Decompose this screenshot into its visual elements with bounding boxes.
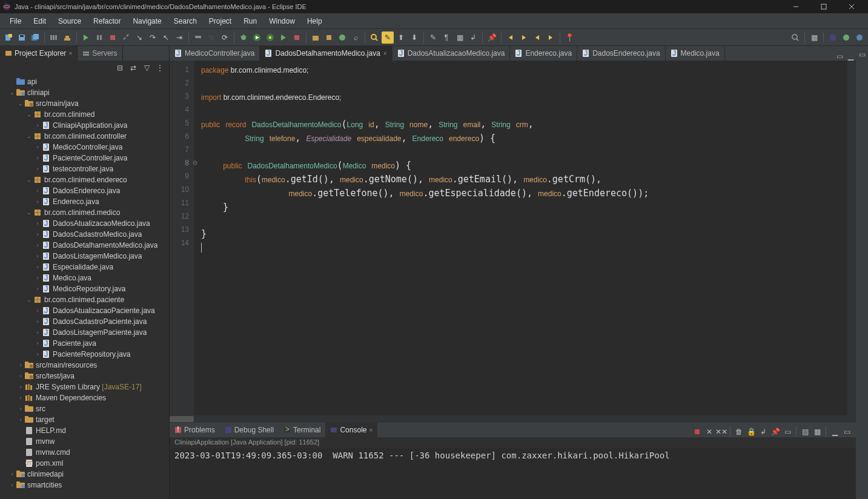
scroll-lock-icon[interactable]: 🔒 [746, 426, 757, 437]
tree-item[interactable]: ›JMedico.java [0, 273, 169, 283]
tab-project-explorer[interactable]: Project Explorer × [0, 46, 78, 61]
perspective-debug-icon[interactable] [840, 31, 852, 44]
search-icon[interactable] [368, 31, 380, 44]
new-package-icon[interactable] [323, 31, 335, 44]
tree-item[interactable]: ›Jtestecontroller.java [0, 164, 169, 174]
console-output[interactable]: 2023-03-01T19:49:09.365-03:00 WARN 11652… [170, 448, 856, 499]
tree-item[interactable]: ›JDadosListagemMedico.java [0, 251, 169, 262]
show-whitespace-icon[interactable]: ¶ [440, 31, 452, 44]
toggle-breadcrumb-icon[interactable] [48, 31, 60, 44]
editor-tab[interactable]: JEndereco.java [510, 46, 577, 61]
tree-item[interactable]: ›JPacienteController.java [0, 153, 169, 164]
pin-console-icon[interactable]: 📌 [770, 426, 781, 437]
perspective-java-icon[interactable] [827, 31, 839, 44]
pin-editor-icon[interactable]: 📌 [486, 31, 498, 44]
tree-item[interactable]: ›JDadosCadastroMedico.java [0, 229, 169, 240]
display-console-icon[interactable]: ▭ [782, 426, 793, 437]
tree-item[interactable]: ›JEspecialidade.java [0, 262, 169, 273]
run-last-icon[interactable] [277, 31, 290, 44]
tree-item[interactable]: ›src/test/java [0, 371, 169, 382]
menu-run[interactable]: Run [237, 15, 263, 27]
tab-terminal[interactable]: > Terminal [279, 423, 325, 437]
block-selection-icon[interactable]: ▦ [454, 31, 466, 44]
editor-tab[interactable]: JDadosEndereco.java [577, 46, 665, 61]
external-tools-icon[interactable] [291, 31, 303, 44]
tree-item[interactable]: ›JDadosEndereco.java [0, 185, 169, 196]
editor-tab[interactable]: JMedico.java [666, 46, 725, 61]
word-wrap-icon[interactable]: ↲ [758, 426, 769, 437]
tab-console[interactable]: Console × [325, 423, 377, 437]
menu-refactor[interactable]: Refactor [87, 15, 127, 27]
tree-item[interactable]: ›target [0, 414, 169, 425]
tree-item[interactable]: ›JCliniapiApplication.java [0, 120, 169, 131]
tree-item[interactable]: xmlpom.xml [0, 458, 169, 469]
new-class-icon[interactable] [336, 31, 348, 44]
new-icon[interactable] [2, 31, 15, 44]
toggle-mark-icon[interactable]: ✎ [382, 31, 394, 44]
tab-problems[interactable]: ! Problems [170, 423, 220, 437]
coverage-icon[interactable] [264, 31, 276, 44]
back-icon[interactable] [505, 31, 517, 44]
debug-pause-icon[interactable] [93, 31, 105, 44]
step-over-icon[interactable]: ↷ [147, 31, 159, 44]
new-server-icon[interactable] [192, 31, 204, 44]
tree-item[interactable]: mvnw [0, 436, 169, 447]
tree-item[interactable]: ›Maven Dependencies [0, 392, 169, 403]
step-return-icon[interactable]: ↖ [160, 31, 172, 44]
minimize-editor-icon[interactable]: ▁ [846, 52, 856, 61]
tree-item[interactable]: ›JDadosCadastroPaciente.java [0, 316, 169, 327]
tree-item[interactable]: ⌄br.com.clinimed [0, 109, 169, 120]
run-icon[interactable] [251, 31, 263, 44]
filter-icon[interactable]: ▽ [141, 62, 152, 73]
remove-all-icon[interactable]: ✕✕ [716, 426, 727, 437]
tree-item[interactable]: ⌄cliniapi [0, 87, 169, 98]
menu-search[interactable]: Search [168, 15, 203, 27]
open-perspective-icon[interactable]: ▦ [808, 31, 820, 44]
clear-console-icon[interactable]: 🗑 [734, 426, 744, 437]
tree-item[interactable]: ⌄src/main/java [0, 98, 169, 109]
tree-item[interactable]: ⌄br.com.clinimed.controller [0, 131, 169, 142]
drop-to-frame-icon[interactable]: ⇥ [173, 31, 185, 44]
new-console-icon[interactable]: ▦ [812, 426, 823, 437]
menu-source[interactable]: Source [52, 15, 87, 27]
menu-window[interactable]: Window [263, 15, 301, 27]
close-button[interactable] [838, 0, 866, 13]
restore-icon[interactable]: ▭ [856, 48, 868, 61]
save-icon[interactable] [16, 31, 28, 44]
open-type-icon[interactable]: ⌕ [350, 31, 362, 44]
new-java-project-icon[interactable] [310, 31, 322, 44]
editor-tab[interactable]: JMedicoController.java [170, 46, 260, 61]
tree-item[interactable]: ›clinimedapi [0, 469, 169, 480]
stop-server-icon[interactable]: ◾ [205, 31, 217, 44]
terminate-icon[interactable] [692, 426, 703, 437]
project-tree[interactable]: api⌄cliniapi⌄src/main/java⌄br.com.clinim… [0, 75, 169, 499]
close-icon[interactable]: × [68, 50, 72, 57]
tree-item[interactable]: ›JMedicoRepository.java [0, 283, 169, 294]
editor-hscroll[interactable] [170, 415, 856, 423]
debug-disconnect-icon[interactable] [120, 31, 132, 44]
maximize-button[interactable] [810, 0, 838, 13]
show-word-wrap-icon[interactable]: ↲ [467, 31, 479, 44]
tree-item[interactable]: ⌄br.com.clinimed.paciente [0, 294, 169, 305]
debug-stop-icon[interactable] [107, 31, 119, 44]
link-editor-icon[interactable]: ⇄ [128, 62, 139, 73]
last-edit-icon[interactable]: ✎ [427, 31, 439, 44]
tree-item[interactable]: ›src [0, 403, 169, 414]
quick-access-icon[interactable] [789, 31, 801, 44]
collapse-all-icon[interactable]: ⊟ [114, 62, 125, 73]
tree-item[interactable]: api [0, 76, 169, 87]
close-icon[interactable]: × [369, 427, 373, 434]
pin-console-icon[interactable]: 📍 [563, 31, 575, 44]
tree-item[interactable]: mvnw.cmd [0, 447, 169, 458]
tree-item[interactable]: ›JDadosDetalhamentoMedico.java [0, 240, 169, 251]
forward-history-icon[interactable] [545, 31, 557, 44]
maximize-editor-icon[interactable]: ▭ [834, 52, 846, 61]
view-menu-icon[interactable]: ⋮ [154, 62, 165, 73]
close-icon[interactable]: × [383, 50, 387, 57]
minimize-button[interactable] [782, 0, 810, 13]
debug-icon[interactable] [237, 31, 250, 44]
menu-project[interactable]: Project [203, 15, 237, 27]
save-all-icon[interactable] [29, 31, 41, 44]
tree-item[interactable]: ›JDadosAtualizacaoPaciente.java [0, 305, 169, 316]
annotation-next-icon[interactable]: ⬇ [408, 31, 420, 44]
